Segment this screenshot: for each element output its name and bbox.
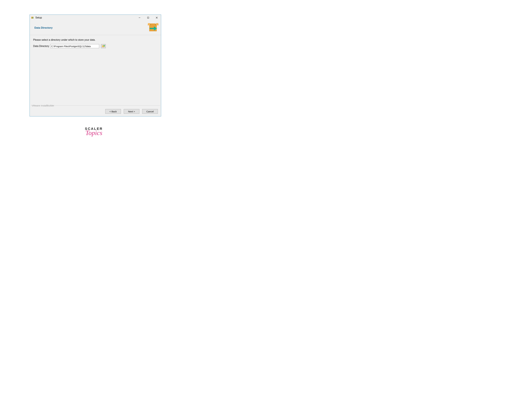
minimize-button[interactable] [135,15,144,21]
window-controls [135,15,161,21]
browse-button[interactable] [101,44,106,48]
cancel-button[interactable]: Cancel [142,109,158,114]
titlebar: Setup [30,15,161,21]
back-button[interactable]: < Back [105,109,121,114]
page-title: Data Directory [34,26,53,30]
builder-label: VMware InstallBuilder [31,104,55,107]
window-title: Setup [35,16,135,19]
folder-browse-icon [102,45,105,47]
data-directory-row: Data Directory [33,44,158,48]
svg-rect-2 [147,17,149,18]
content-area: Please select a directory under which to… [30,35,161,116]
installer-logo-icon [147,22,159,33]
data-directory-label: Data Directory [33,45,49,47]
close-button[interactable] [152,15,161,21]
maximize-button[interactable] [144,15,152,21]
setup-window: Setup Data Directory [30,15,161,116]
navigation-buttons: < Back Next > Cancel [105,109,158,114]
instruction-text: Please select a directory under which to… [33,39,158,41]
installer-icon [31,16,34,19]
watermark: SCALER Topics [85,127,103,136]
next-button[interactable]: Next > [124,109,139,114]
watermark-line2: Topics [85,130,103,136]
header-section: Data Directory [30,21,161,35]
data-directory-input[interactable] [50,44,99,48]
